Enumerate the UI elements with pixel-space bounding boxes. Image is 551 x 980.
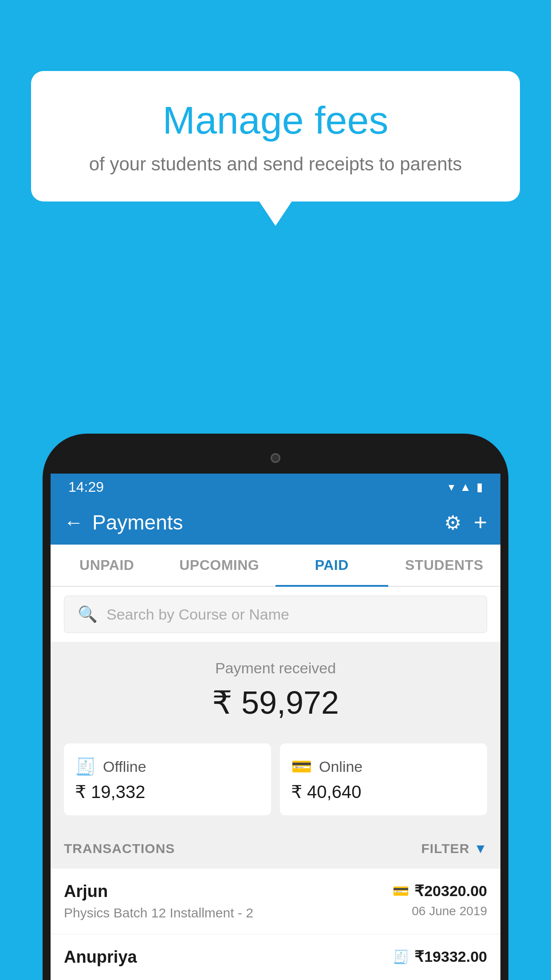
online-label: Online [319, 758, 362, 775]
transaction-amount-row: 💳 ₹20320.00 [393, 882, 487, 900]
search-input[interactable]: Search by Course or Name [106, 606, 289, 623]
bubble-title: Manage fees [53, 98, 498, 143]
phone-notch [249, 449, 302, 467]
status-icons: ▾ ▲ ▮ [449, 480, 483, 494]
transaction-amount: ₹20320.00 [414, 882, 487, 900]
online-icon: 💳 [291, 757, 312, 776]
search-bar[interactable]: 🔍 Search by Course or Name [64, 596, 487, 633]
offline-card-header: 🧾 Offline [75, 757, 146, 776]
speech-bubble: Manage fees of your students and send re… [31, 71, 520, 202]
transaction-item[interactable]: Arjun Physics Batch 12 Installment - 2 💳… [51, 869, 500, 934]
phone-screen: UNPAID UPCOMING PAID STUDENTS 🔍 Search b… [51, 545, 500, 980]
payment-total-amount: ₹ 59,972 [64, 684, 487, 721]
filter-icon: ▼ [474, 841, 487, 856]
phone-device: 14:29 ▾ ▲ ▮ ← Payments ⚙ + UNPAID [43, 434, 508, 980]
tab-paid[interactable]: PAID [276, 545, 388, 586]
offline-payment-card: 🧾 Offline ₹ 19,332 [64, 743, 271, 815]
status-bar: 14:29 ▾ ▲ ▮ [51, 474, 500, 500]
transaction-right: 💳 ₹20320.00 06 June 2019 [393, 882, 487, 918]
phone-notch-area [51, 443, 500, 474]
app-bar-title: Payments [92, 510, 435, 534]
back-button[interactable]: ← [64, 511, 83, 533]
app-bar: ← Payments ⚙ + [51, 500, 500, 545]
search-container: 🔍 Search by Course or Name [51, 587, 500, 642]
online-card-header: 💳 Online [291, 757, 362, 776]
offline-label: Offline [103, 758, 146, 775]
filter-button[interactable]: FILTER ▼ [421, 841, 487, 856]
transaction-left: Arjun Physics Batch 12 Installment - 2 [64, 882, 253, 921]
filter-label: FILTER [421, 841, 470, 856]
payment-summary: Payment received ₹ 59,972 [51, 642, 500, 735]
transaction-item-partial[interactable]: Anupriya 🧾 ₹19332.00 [51, 934, 500, 980]
transactions-section-header: TRANSACTIONS FILTER ▼ [51, 829, 500, 869]
settings-icon[interactable]: ⚙ [444, 511, 461, 534]
transaction-detail: Physics Batch 12 Installment - 2 [64, 905, 253, 921]
transaction-date: 06 June 2019 [412, 904, 487, 918]
transactions-label: TRANSACTIONS [64, 841, 175, 856]
transaction-name: Arjun [64, 882, 253, 901]
offline-amount: ₹ 19,332 [75, 782, 145, 802]
tab-students[interactable]: STUDENTS [388, 545, 501, 586]
online-amount: ₹ 40,640 [291, 782, 361, 802]
tabs-container: UNPAID UPCOMING PAID STUDENTS [51, 545, 500, 587]
payment-cards-row: 🧾 Offline ₹ 19,332 💳 Online ₹ 40,640 [51, 735, 500, 829]
transaction-amount-2: ₹19332.00 [414, 948, 487, 965]
phone-camera [271, 453, 280, 463]
status-time: 14:29 [68, 479, 104, 495]
transaction-left-2: Anupriya [64, 948, 137, 967]
app-bar-actions: ⚙ + [444, 509, 487, 536]
bubble-subtitle: of your students and send receipts to pa… [53, 154, 498, 175]
transaction-right-2: 🧾 ₹19332.00 [393, 948, 487, 965]
payment-received-label: Payment received [64, 660, 487, 677]
add-icon[interactable]: + [474, 509, 487, 536]
battery-icon: ▮ [476, 480, 483, 494]
transaction-amount-row-2: 🧾 ₹19332.00 [393, 948, 487, 965]
tab-upcoming[interactable]: UPCOMING [163, 545, 276, 586]
online-payment-card: 💳 Online ₹ 40,640 [280, 743, 487, 815]
signal-icon: ▲ [460, 480, 471, 494]
offline-payment-icon: 🧾 [393, 949, 409, 964]
search-icon: 🔍 [78, 605, 98, 624]
online-payment-icon: 💳 [393, 883, 409, 899]
transaction-name-2: Anupriya [64, 948, 137, 967]
tab-unpaid[interactable]: UNPAID [51, 545, 163, 586]
offline-icon: 🧾 [75, 757, 96, 776]
wifi-icon: ▾ [449, 480, 454, 494]
